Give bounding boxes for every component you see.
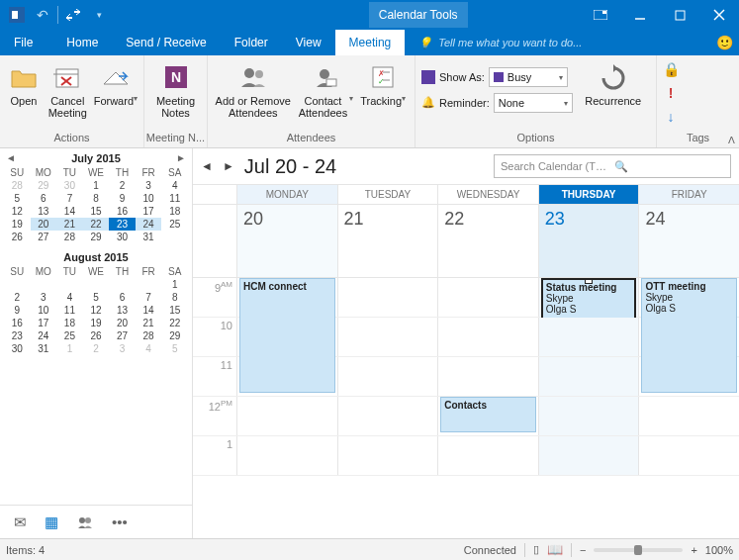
date-header[interactable]: 22: [437, 205, 538, 277]
mini-calendar-day[interactable]: 31: [31, 342, 57, 355]
recurrence-button[interactable]: Recurrence: [583, 59, 644, 119]
mini-calendar-day[interactable]: 14: [136, 304, 162, 317]
mini-calendar-day[interactable]: 12: [83, 304, 110, 317]
mini-calendar-day[interactable]: 23: [4, 329, 31, 342]
close-button[interactable]: [699, 0, 739, 30]
mini-calendar-day[interactable]: [161, 231, 188, 243]
mini-calendar-day[interactable]: 15: [83, 205, 110, 218]
mini-calendar-day[interactable]: 1: [56, 342, 83, 355]
mini-calendar-day[interactable]: [56, 278, 83, 291]
weekday-header[interactable]: MONDAY: [236, 185, 337, 204]
tab-file[interactable]: File: [0, 30, 52, 55]
mini-calendar-day[interactable]: [136, 278, 162, 291]
next-week-icon[interactable]: ►: [223, 159, 234, 173]
mini-calendar-day[interactable]: 16: [109, 205, 136, 218]
mini-calendar-day[interactable]: 2: [109, 179, 136, 192]
mini-calendar-day[interactable]: 4: [56, 291, 83, 304]
mini-calendar-day[interactable]: 20: [31, 218, 57, 231]
calendar-search-input[interactable]: Search Calendar (This computer only) (Ct…: [494, 154, 731, 178]
minimize-button[interactable]: [620, 0, 660, 30]
qat-customize-icon[interactable]: ▾: [88, 4, 110, 26]
time-cell[interactable]: [337, 278, 438, 317]
date-header[interactable]: 20: [236, 205, 337, 277]
tab-view[interactable]: View: [282, 30, 335, 55]
mini-calendar-day[interactable]: 30: [4, 342, 31, 355]
mini-calendar-day[interactable]: 28: [4, 179, 31, 192]
maximize-button[interactable]: [660, 0, 699, 30]
open-button[interactable]: Open: [6, 59, 42, 119]
feedback-smile-icon[interactable]: 🙂: [709, 30, 739, 55]
mini-calendar-day[interactable]: 20: [109, 317, 136, 329]
tab-home[interactable]: Home: [52, 30, 112, 55]
calendar-nav-icon[interactable]: ▦: [45, 513, 58, 531]
mini-calendar-day[interactable]: 19: [83, 317, 110, 329]
mini-calendar-day[interactable]: 18: [56, 317, 83, 329]
weekday-header[interactable]: WEDNESDAY: [437, 185, 538, 204]
low-importance-icon[interactable]: ↓: [668, 109, 675, 125]
time-cell[interactable]: [538, 357, 639, 396]
mini-calendar-day[interactable]: 6: [31, 192, 57, 205]
mini-calendar-day[interactable]: 1: [161, 278, 188, 291]
time-grid[interactable]: 9AMHCM connectStatus meetingSkypeOlga SO…: [193, 278, 739, 538]
date-header[interactable]: 21: [337, 205, 438, 277]
prev-month-icon[interactable]: ◄: [6, 152, 16, 163]
mini-calendar-day[interactable]: 5: [4, 192, 31, 205]
mini-calendar-day[interactable]: 7: [136, 291, 162, 304]
mini-calendar-day[interactable]: 3: [136, 179, 162, 192]
mini-calendar-day[interactable]: [31, 278, 57, 291]
forward-button[interactable]: Forward ▾: [94, 59, 138, 119]
time-cell[interactable]: [236, 397, 337, 435]
mini-calendar-day[interactable]: 28: [56, 231, 83, 243]
ribbon-display-options-icon[interactable]: [581, 0, 620, 30]
mini-calendar-day[interactable]: 18: [161, 205, 188, 218]
mini-calendar-day[interactable]: 26: [4, 231, 31, 243]
mini-calendar-day[interactable]: 17: [136, 205, 162, 218]
time-cell[interactable]: [337, 436, 438, 475]
time-cell[interactable]: [437, 318, 538, 356]
mini-calendar-day[interactable]: 5: [161, 342, 188, 355]
mini-calendar-day[interactable]: 9: [4, 304, 31, 317]
mini-calendar-day[interactable]: [83, 278, 110, 291]
date-header[interactable]: 24: [638, 205, 739, 277]
mini-calendar-day[interactable]: 22: [161, 317, 188, 329]
mini-calendar-day[interactable]: 15: [161, 304, 188, 317]
reminder-select[interactable]: None ▾: [494, 93, 573, 113]
time-cell[interactable]: [538, 397, 639, 435]
high-importance-icon[interactable]: !: [669, 85, 674, 101]
tab-meeting[interactable]: Meeting: [335, 30, 406, 55]
mini-calendar-day[interactable]: 4: [161, 179, 188, 192]
mini-calendar-day[interactable]: 5: [83, 291, 110, 304]
mini-calendar-day[interactable]: 6: [109, 291, 136, 304]
time-cell[interactable]: [236, 436, 337, 475]
time-cell[interactable]: OTT meetingSkypeOlga S: [638, 278, 739, 317]
cancel-meeting-button[interactable]: Cancel Meeting: [46, 59, 90, 119]
mini-calendar-day[interactable]: 24: [136, 218, 162, 231]
mini-calendar-day[interactable]: 11: [161, 192, 188, 205]
weekday-header[interactable]: THURSDAY: [538, 185, 639, 204]
mini-calendar-day[interactable]: 30: [56, 179, 83, 192]
mini-calendar-day[interactable]: 9: [109, 192, 136, 205]
qat-outlook-icon[interactable]: [6, 4, 28, 26]
prev-week-icon[interactable]: ◄: [201, 159, 213, 173]
time-cell[interactable]: [638, 357, 739, 396]
mini-calendar-day[interactable]: 19: [4, 218, 31, 231]
time-cell[interactable]: [437, 357, 538, 396]
mini-calendar-july[interactable]: ◄July 2015► SUMOTUWETHFRSA28293012345678…: [4, 150, 188, 243]
time-cell[interactable]: Contacts: [437, 397, 538, 435]
mini-calendar-day[interactable]: 13: [31, 205, 57, 218]
contact-attendees-button[interactable]: Contact Attendees ▾: [297, 59, 354, 119]
mini-calendar-day[interactable]: 27: [31, 231, 57, 243]
zoom-out-icon[interactable]: −: [580, 544, 586, 556]
time-cell[interactable]: [538, 436, 639, 475]
mini-calendar-august[interactable]: August 2015 SUMOTUWETHFRSA12345678910111…: [4, 249, 188, 355]
mini-calendar-day[interactable]: 16: [4, 317, 31, 329]
tell-me-search[interactable]: 💡 Tell me what you want to do...: [405, 30, 709, 55]
time-cell[interactable]: HCM connect: [236, 278, 337, 317]
mini-calendar-day[interactable]: 26: [83, 329, 110, 342]
time-cell[interactable]: [638, 397, 739, 435]
mini-calendar-day[interactable]: 3: [31, 291, 57, 304]
mini-calendar-day[interactable]: 8: [161, 291, 188, 304]
mini-calendar-day[interactable]: 25: [161, 218, 188, 231]
tab-folder[interactable]: Folder: [221, 30, 282, 55]
weekday-header[interactable]: TUESDAY: [337, 185, 438, 204]
